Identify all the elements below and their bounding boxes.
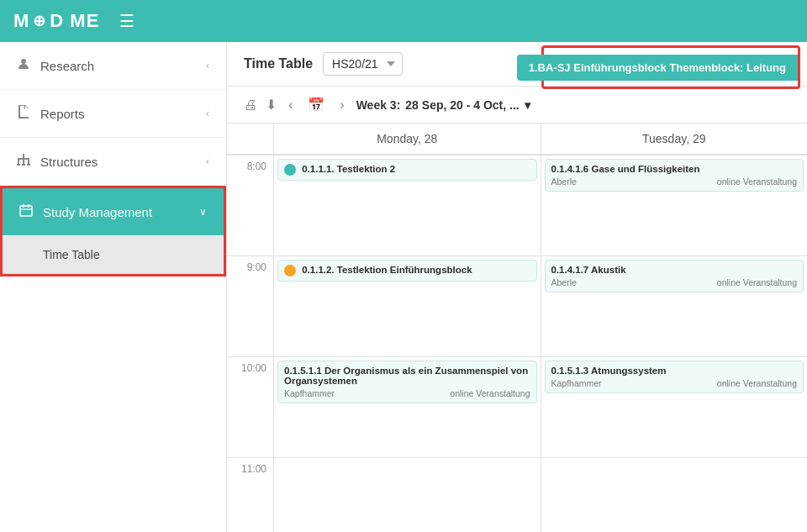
person-icon: [17, 57, 30, 74]
event-title-text: 0.1.5.1.1 Der Organismus als ein Zusamme…: [284, 366, 528, 386]
calendar-body: 8:00 9:00 10:00 11:00 0.1.1.1. Testlekti…: [227, 155, 807, 532]
svg-rect-6: [17, 164, 20, 166]
event-title-text: 0.1.4.1.7 Akustik: [551, 265, 626, 275]
event-meta-right: online Veranstaltung: [717, 378, 797, 388]
svg-rect-2: [18, 158, 29, 160]
calendar-icon: [19, 203, 33, 220]
sidebar-sub-item-time-table[interactable]: Time Table: [3, 236, 224, 274]
monday-column: 0.1.1.1. Testlektion 2 0.1.1.2. Testlekt…: [273, 155, 541, 532]
event-tuesday-10-1[interactable]: 0.1.5.1.3 Atmungssystem Kapfhammer onlin…: [545, 361, 804, 393]
event-meta-left: Aberle: [551, 277, 577, 287]
calendar: Monday, 28 Tuesday, 29 8:00 9:00 10:00 1…: [227, 124, 807, 532]
tree-icon: [17, 153, 30, 170]
sidebar-item-structures[interactable]: Structures ‹: [0, 138, 226, 186]
sidebar-sub-item-label: Time Table: [43, 248, 100, 261]
week-label-text: Week 3:: [356, 98, 401, 112]
time-slot-9: 9:00: [227, 255, 273, 356]
warn-icon: [284, 265, 296, 277]
chevron-icon: ‹: [206, 108, 209, 119]
calendar-picker-icon[interactable]: 📅: [304, 95, 328, 114]
doc-icon: [17, 105, 30, 122]
event-meta-left: Aberle: [551, 176, 577, 187]
svg-rect-1: [23, 154, 24, 158]
sidebar-item-structures-label: Structures: [40, 155, 98, 169]
event-meta-right: online Veranstaltung: [450, 388, 530, 398]
week-label: Week 3: 28 Sep, 20 - 4 Oct, ... ▾: [356, 98, 530, 112]
svg-rect-10: [23, 204, 24, 208]
tooltip-text: 1.BA-SJ Einführungsblock Themenblock: Le…: [529, 61, 786, 74]
svg-rect-7: [22, 164, 25, 166]
sidebar-item-research[interactable]: Research ‹: [0, 42, 226, 90]
svg-rect-11: [28, 204, 29, 208]
event-title-text: 0.1.1.2. Testlektion Einführungsblock: [302, 265, 472, 275]
layout: Research ‹ Reports ‹ Structures ‹: [0, 42, 807, 532]
info-icon: [284, 164, 296, 176]
event-meta-left: Kapfhammer: [284, 388, 335, 398]
main-content: Time Table HS20/21 FS20/21 HS19/20 1.BA-…: [227, 42, 807, 532]
time-slot-8: 8:00: [227, 155, 273, 255]
monday-header: Monday, 28: [273, 124, 541, 154]
sidebar-study-management-group: Study Management ∨ Time Table: [0, 186, 226, 277]
monday-slot-9: 0.1.1.2. Testlektion Einführungsblock: [274, 255, 541, 356]
sidebar-item-study-management[interactable]: Study Management ∨: [3, 188, 224, 236]
event-tuesday-9-1[interactable]: 0.1.4.1.7 Akustik Aberle online Veransta…: [545, 260, 804, 292]
logo-icon: M: [13, 10, 29, 32]
sidebar: Research ‹ Reports ‹ Structures ‹: [0, 42, 227, 532]
download-icon[interactable]: ⬇: [266, 97, 277, 113]
event-monday-8-1[interactable]: 0.1.1.1. Testlektion 2: [277, 159, 537, 181]
sidebar-item-reports-label: Reports: [40, 107, 85, 121]
time-header: [227, 124, 273, 154]
svg-rect-8: [27, 164, 30, 166]
tuesday-slot-11: [541, 457, 808, 532]
time-slot-11: 11:00: [227, 457, 273, 532]
event-title-text: 0.1.4.1.6 Gase und Flüssigkeiten: [551, 164, 700, 174]
monday-slot-11: [274, 457, 541, 532]
monday-slot-8: 0.1.1.1. Testlektion 2: [274, 155, 541, 255]
hamburger-menu[interactable]: ☰: [119, 11, 134, 31]
week-chevron: ▾: [525, 98, 530, 112]
tooltip-popup: 1.BA-SJ Einführungsblock Themenblock: Le…: [517, 55, 798, 81]
top-nav: M⊕D ME ☰: [0, 0, 807, 42]
sidebar-item-research-label: Research: [40, 59, 94, 73]
event-meta-right: online Veranstaltung: [717, 277, 797, 287]
svg-rect-5: [28, 160, 29, 164]
tuesday-header: Tuesday, 29: [541, 124, 808, 154]
tooltip-group: 1.BA-SJ Einführungsblock Themenblock: Le…: [541, 45, 800, 89]
week-dates-text: 28 Sep, 20 - 4 Oct, ...: [405, 98, 519, 112]
svg-rect-9: [20, 206, 32, 216]
event-meta-right: online Veranstaltung: [717, 176, 797, 187]
logo: M⊕D ME: [13, 10, 99, 32]
event-monday-9-1[interactable]: 0.1.1.2. Testlektion Einführungsblock: [277, 260, 537, 282]
logo-plus: ⊕: [33, 12, 46, 30]
tuesday-label: Tuesday, 29: [642, 132, 706, 145]
chevron-down-icon: ∨: [199, 206, 207, 218]
event-monday-10-1[interactable]: 0.1.5.1.1 Der Organismus als ein Zusamme…: [277, 361, 537, 403]
tuesday-column: 0.1.4.1.6 Gase und Flüssigkeiten Aberle …: [541, 155, 808, 532]
sidebar-item-study-management-label: Study Management: [43, 205, 152, 219]
svg-rect-3: [18, 160, 19, 164]
next-week-button[interactable]: ›: [336, 96, 347, 114]
event-title-text: 0.1.5.1.3 Atmungssystem: [551, 366, 667, 376]
event-title-text: 0.1.1.1. Testlektion 2: [302, 164, 395, 174]
svg-point-0: [21, 59, 26, 64]
monday-slot-10: 0.1.5.1.1 Der Organismus als ein Zusamme…: [274, 356, 541, 457]
event-meta-left: Kapfhammer: [551, 378, 602, 388]
event-tuesday-8-1[interactable]: 0.1.4.1.6 Gase und Flüssigkeiten Aberle …: [545, 159, 804, 192]
main-header: Time Table HS20/21 FS20/21 HS19/20 1.BA-…: [227, 42, 807, 87]
calendar-header: Monday, 28 Tuesday, 29: [227, 124, 807, 155]
monday-label: Monday, 28: [377, 132, 437, 145]
tuesday-slot-8: 0.1.4.1.6 Gase und Flüssigkeiten Aberle …: [541, 155, 808, 255]
main-header-title: Time Table: [244, 56, 313, 71]
semester-select[interactable]: HS20/21 FS20/21 HS19/20: [323, 52, 403, 76]
prev-week-button[interactable]: ‹: [285, 96, 296, 114]
time-column: 8:00 9:00 10:00 11:00: [227, 155, 273, 532]
svg-rect-4: [23, 160, 24, 164]
time-slot-10: 10:00: [227, 356, 273, 457]
chevron-icon: ‹: [206, 155, 209, 167]
sidebar-item-reports[interactable]: Reports ‹: [0, 90, 226, 138]
week-nav: 🖨 ⬇ ‹ 📅 › Week 3: 28 Sep, 20 - 4 Oct, ..…: [227, 87, 807, 124]
tuesday-slot-10: 0.1.5.1.3 Atmungssystem Kapfhammer onlin…: [541, 356, 808, 457]
print-icon[interactable]: 🖨: [244, 97, 257, 113]
tuesday-slot-9: 0.1.4.1.7 Akustik Aberle online Veransta…: [541, 255, 808, 356]
chevron-icon: ‹: [206, 60, 209, 71]
